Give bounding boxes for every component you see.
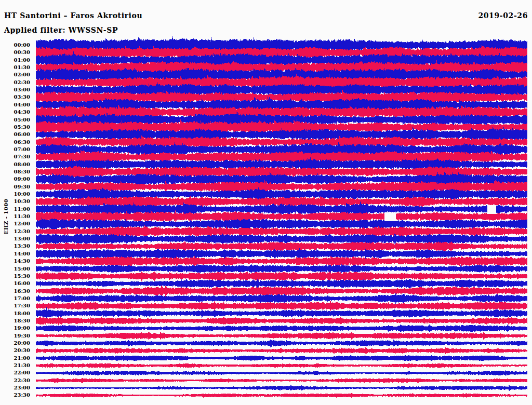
time-label: 14:30: [0, 258, 30, 265]
time-label: 12:30: [0, 228, 30, 235]
time-label: 12:00: [0, 220, 30, 227]
time-label: 01:30: [0, 64, 30, 71]
time-label: 03:30: [0, 93, 30, 101]
time-label: 15:00: [0, 265, 30, 273]
time-label: 07:00: [0, 146, 30, 153]
time-label: 09:00: [0, 176, 30, 183]
date-label: 2019-02-26: [478, 11, 528, 20]
time-label: 05:30: [0, 124, 30, 131]
time-label: 17:00: [0, 295, 30, 302]
time-label: 19:30: [0, 332, 30, 340]
time-label: 13:00: [0, 235, 30, 242]
time-label: 11:00: [0, 206, 30, 213]
time-axis: 00:0000:3001:0001:3002:0002:3003:0003:30…: [0, 0, 31, 405]
time-label: 18:00: [0, 310, 30, 317]
time-label: 08:00: [0, 161, 30, 168]
helicorder-plot: [36, 36, 527, 405]
time-label: 22:30: [0, 377, 30, 384]
time-label: 07:30: [0, 153, 30, 160]
time-label: 21:30: [0, 362, 30, 369]
time-label: 20:00: [0, 340, 30, 347]
time-label: 13:30: [0, 242, 30, 250]
time-label: 16:30: [0, 288, 30, 295]
time-label: 15:30: [0, 273, 30, 280]
helicorder-page: { "header": { "title": "HT Santorini – F…: [0, 0, 532, 405]
time-label: 02:00: [0, 71, 30, 78]
time-label: 10:30: [0, 198, 30, 205]
time-label: 16:00: [0, 280, 30, 287]
time-label: 18:30: [0, 317, 30, 325]
time-label: 05:00: [0, 116, 30, 124]
time-label: 04:30: [0, 109, 30, 116]
time-label: 09:30: [0, 183, 30, 191]
time-label: 00:00: [0, 42, 30, 49]
time-label: 23:30: [0, 392, 30, 399]
time-label: 01:00: [0, 57, 30, 64]
time-label: 17:30: [0, 302, 30, 309]
time-label: 11:30: [0, 213, 30, 220]
time-label: 19:00: [0, 325, 30, 332]
time-label: 10:00: [0, 191, 30, 198]
time-label: 21:00: [0, 355, 30, 362]
time-label: 08:30: [0, 168, 30, 176]
time-label: 04:00: [0, 101, 30, 109]
time-label: 03:00: [0, 86, 30, 93]
time-label: 23:00: [0, 384, 30, 392]
time-label: 22:00: [0, 369, 30, 376]
time-label: 06:00: [0, 131, 30, 138]
time-label: 00:30: [0, 49, 30, 56]
time-label: 02:30: [0, 79, 30, 86]
time-label: 20:30: [0, 347, 30, 354]
time-label: 06:30: [0, 139, 30, 146]
time-label: 14:00: [0, 250, 30, 258]
